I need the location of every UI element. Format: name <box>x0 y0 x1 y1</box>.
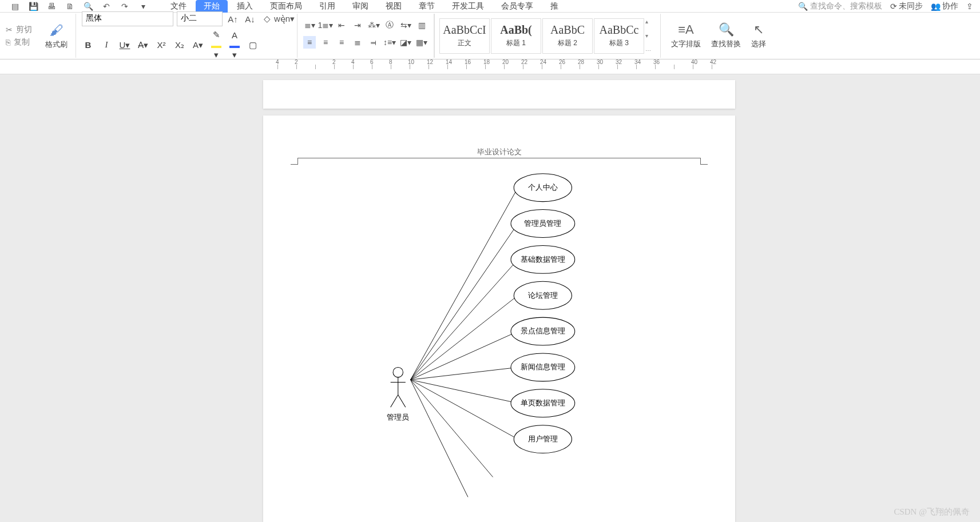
select-button[interactable]: ↖ 选择 <box>751 22 766 49</box>
page-header-line <box>297 158 701 164</box>
tab-file[interactable]: 文件 <box>162 0 195 13</box>
top-right: 🔍 查找命令、搜索模板 ⟳ 未同步 👥 协作 ⇪ <box>798 1 978 11</box>
tab-devtools[interactable]: 开发工具 <box>444 0 492 13</box>
ruler-tick: 2 <box>296 65 315 69</box>
superscript-button[interactable]: X² <box>155 40 168 50</box>
scissors-icon[interactable]: ✂ <box>6 25 13 34</box>
bullets-button[interactable]: ≣▾ <box>303 19 316 31</box>
search-placeholder: 查找命令、搜索模板 <box>810 1 882 11</box>
strike-button[interactable]: A̶▾ <box>137 40 149 50</box>
tab-start[interactable]: 开始 <box>196 0 228 13</box>
sync-status[interactable]: ⟳ 未同步 <box>890 1 923 11</box>
text-direction-button[interactable]: Ⓐ <box>383 19 396 31</box>
style-label: 正文 <box>458 38 471 48</box>
document-page[interactable]: 毕业设计论文 <box>263 115 735 522</box>
ribbon: ✂ 剪切 ⎘ 复制 🖌 格式刷 黑体 小二 A↑ A↓ ◇ wę̀n▾ B I … <box>0 13 980 59</box>
cut-button[interactable]: 剪切 <box>16 25 32 35</box>
grow-font-icon[interactable]: A↑ <box>226 12 240 26</box>
ruler-tick: 12 <box>428 65 447 69</box>
use-case-label: 新闻信息管理 <box>521 362 565 371</box>
save-icon[interactable]: 💾 <box>27 1 39 12</box>
svg-line-14 <box>398 395 406 407</box>
tab-more[interactable]: 推 <box>542 0 566 13</box>
tab-review[interactable]: 审阅 <box>344 0 376 13</box>
char-border-button[interactable]: ▢ <box>247 40 259 50</box>
redo-icon[interactable]: ↷ <box>119 1 130 12</box>
subscript-button[interactable]: X₂ <box>173 40 186 50</box>
use-case-node: 用户管理 <box>514 425 572 453</box>
line-spacing-button[interactable]: ↕≡▾ <box>383 36 396 49</box>
share-icon[interactable]: ⇪ <box>966 2 973 11</box>
command-search[interactable]: 🔍 查找命令、搜索模板 <box>798 1 882 11</box>
use-case-node: 基础数据管理 <box>511 245 575 273</box>
align-center-button[interactable]: ≡ <box>319 36 332 49</box>
style-body[interactable]: AaBbCcI 正文 <box>439 18 490 54</box>
use-case-node: 论坛管理 <box>514 281 572 309</box>
style-h1[interactable]: AaBb( 标题 1 <box>491 18 541 54</box>
tab-layout[interactable]: 页面布局 <box>262 0 310 13</box>
print-icon[interactable]: 🖶 <box>46 1 57 12</box>
highlight-button[interactable]: ✎▾ <box>210 30 223 60</box>
find-replace-button[interactable]: 🔍 查找替换 <box>711 22 741 49</box>
format-brush-button[interactable]: 🖌 格式刷 <box>42 22 71 50</box>
sort-button[interactable]: ⁂▾ <box>367 19 380 31</box>
ruler-tick <box>674 65 693 69</box>
right-tools: ≡A 文字排版 🔍 查找替换 ↖ 选择 <box>660 14 776 58</box>
style-h2[interactable]: AaBbC 标题 2 <box>542 18 593 54</box>
use-case-node: 管理员管理 <box>511 210 575 238</box>
outdent-button[interactable]: ⇤ <box>335 19 348 31</box>
svg-line-3 <box>411 296 518 380</box>
align-justify-button[interactable]: ≣ <box>351 36 364 49</box>
style-preview: AaBbCcI <box>443 23 486 37</box>
tab-view[interactable]: 视图 <box>378 0 410 13</box>
font-name-select[interactable]: 黑体 <box>82 11 173 26</box>
actor-label: 管理员 <box>387 413 409 421</box>
bold-button[interactable]: B <box>82 40 94 50</box>
tab-insert[interactable]: 插入 <box>229 0 261 13</box>
preview-icon[interactable]: 🗎 <box>64 1 76 12</box>
horizontal-ruler[interactable]: 42246810121416182022242628303234364042 <box>0 59 980 74</box>
ruler-tick: 6 <box>372 65 391 69</box>
use-case-node: 单页数据管理 <box>511 389 575 417</box>
text-layout-button[interactable]: ≡A 文字排版 <box>671 22 701 49</box>
tab-member[interactable]: 会员专享 <box>493 0 541 13</box>
align-right-button[interactable]: ≡ <box>335 36 348 49</box>
text-effect-button[interactable]: A▾ <box>192 40 204 50</box>
reveal-button[interactable]: ⇆▾ <box>399 19 412 31</box>
shading-button[interactable]: ◪▾ <box>399 36 412 49</box>
svg-line-4 <box>411 332 518 380</box>
style-preview: AaBb( <box>500 23 532 37</box>
find-icon: 🔍 <box>719 22 734 37</box>
font-size-select[interactable]: 小二 <box>177 11 223 26</box>
collab-button[interactable]: 👥 协作 <box>931 1 958 11</box>
file-icon[interactable]: ▤ <box>9 1 21 12</box>
ruler-tick: 26 <box>561 65 580 69</box>
svg-point-10 <box>393 367 403 377</box>
zoom-icon[interactable]: 🔍 <box>82 1 94 12</box>
font-color-button[interactable]: A▾ <box>228 30 241 60</box>
undo-icon[interactable]: ↶ <box>101 1 112 12</box>
use-case-label: 单页数据管理 <box>521 399 565 407</box>
columns-button[interactable]: ▥ <box>415 19 428 31</box>
ruler-tick: 24 <box>542 65 561 69</box>
dropdown-icon[interactable]: ▾ <box>137 1 149 12</box>
tab-chapter[interactable]: 章节 <box>411 0 443 13</box>
style-h3[interactable]: AaBbCc 标题 3 <box>594 18 644 54</box>
shrink-font-icon[interactable]: A↓ <box>243 12 257 26</box>
distribute-button[interactable]: ⫤ <box>367 36 380 49</box>
italic-button[interactable]: I <box>100 40 113 50</box>
ruler-tick: 4 <box>277 65 296 69</box>
clear-format-icon[interactable]: ◇ <box>260 12 274 26</box>
main-tabs: 文件 开始 插入 页面布局 引用 审阅 视图 章节 开发工具 会员专享 推 <box>162 0 566 13</box>
phonetic-icon[interactable]: wę̀n▾ <box>277 12 291 26</box>
underline-button[interactable]: U▾ <box>118 40 131 50</box>
style-scroll[interactable]: ▴▾⋯ <box>645 18 656 54</box>
borders-button[interactable]: ▦▾ <box>415 36 428 49</box>
tab-references[interactable]: 引用 <box>311 0 343 13</box>
use-case-node: 新闻信息管理 <box>511 353 575 381</box>
copy-icon[interactable]: ⎘ <box>6 38 10 47</box>
indent-button[interactable]: ⇥ <box>351 19 364 31</box>
copy-button[interactable]: 复制 <box>14 37 30 47</box>
align-left-button[interactable]: ≡ <box>303 36 316 49</box>
numbering-button[interactable]: 1≣▾ <box>319 19 332 31</box>
